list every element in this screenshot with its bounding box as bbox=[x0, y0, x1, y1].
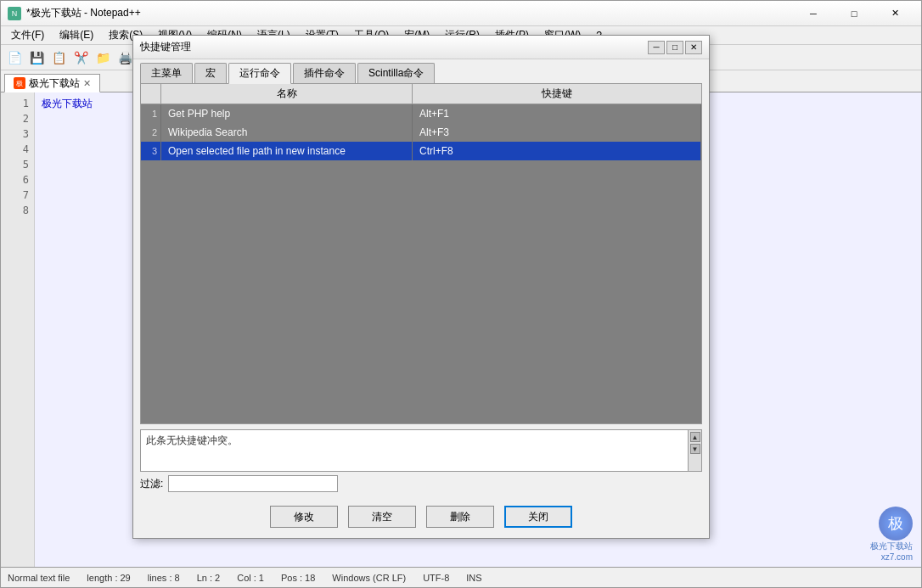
table-row[interactable]: 1 Get PHP help Alt+F1 bbox=[141, 104, 701, 123]
modify-button[interactable]: 修改 bbox=[270, 506, 338, 528]
dialog-titlebar: 快捷键管理 ─ □ ✕ bbox=[133, 36, 709, 59]
row-key-1: Alt+F1 bbox=[413, 104, 701, 123]
row-num-1: 1 bbox=[141, 104, 161, 123]
clear-button[interactable]: 清空 bbox=[348, 506, 416, 528]
table-row-selected[interactable]: 3 Open selected file path in new instanc… bbox=[141, 142, 701, 160]
button-row: 修改 清空 删除 关闭 bbox=[133, 499, 709, 538]
dialog-controls: ─ □ ✕ bbox=[648, 41, 702, 54]
row-name-1: Get PHP help bbox=[161, 104, 413, 123]
dialog-title: 快捷键管理 bbox=[140, 40, 191, 54]
dialog-minimize-button[interactable]: ─ bbox=[648, 41, 665, 54]
delete-button[interactable]: 删除 bbox=[426, 506, 494, 528]
shortcut-dialog: 快捷键管理 ─ □ ✕ 主菜单 宏 运行命令 插件命令 Scintilla命令 bbox=[132, 35, 710, 539]
dialog-maximize-button[interactable]: □ bbox=[666, 41, 683, 54]
filter-input[interactable] bbox=[168, 475, 338, 492]
row-num-2: 2 bbox=[141, 123, 161, 142]
table-header: 名称 快捷键 bbox=[141, 84, 701, 104]
tab-run-command[interactable]: 运行命令 bbox=[228, 63, 291, 84]
table-header-num bbox=[141, 84, 161, 104]
dialog-tab-bar: 主菜单 宏 运行命令 插件命令 Scintilla命令 bbox=[133, 59, 709, 83]
table-row[interactable]: 2 Wikipedia Search Alt+F3 bbox=[141, 123, 701, 142]
row-name-2: Wikipedia Search bbox=[161, 123, 413, 142]
row-num-3: 3 bbox=[141, 142, 161, 160]
tab-plugin-command[interactable]: 插件命令 bbox=[293, 63, 356, 83]
scroll-down-arrow[interactable]: ▼ bbox=[690, 444, 700, 454]
row-key-3: Ctrl+F8 bbox=[413, 142, 701, 160]
dialog-overlay: 快捷键管理 ─ □ ✕ 主菜单 宏 运行命令 插件命令 Scintilla命令 bbox=[1, 1, 921, 587]
table-header-name: 名称 bbox=[161, 84, 413, 104]
conflict-area: 此条无快捷键冲突。 ▲ ▼ bbox=[140, 429, 702, 472]
tab-scintilla-command[interactable]: Scintilla命令 bbox=[357, 63, 435, 83]
scroll-up-arrow[interactable]: ▲ bbox=[690, 432, 700, 442]
row-key-2: Alt+F3 bbox=[413, 123, 701, 142]
dialog-close-button[interactable]: ✕ bbox=[685, 41, 702, 54]
filter-label: 过滤: bbox=[140, 477, 163, 491]
close-dialog-button[interactable]: 关闭 bbox=[504, 506, 572, 528]
conflict-scrollbar: ▲ ▼ bbox=[688, 430, 701, 471]
filter-row: 过滤: bbox=[140, 475, 702, 492]
table-header-key: 快捷键 bbox=[413, 84, 701, 104]
table-empty-area bbox=[141, 160, 701, 423]
main-window: N *极光下载站 - Notepad++ ─ □ ✕ 文件(F) 编辑(E) 搜… bbox=[0, 0, 922, 588]
row-name-3: Open selected file path in new instance bbox=[161, 142, 413, 160]
tab-macro[interactable]: 宏 bbox=[194, 63, 227, 83]
conflict-text: 此条无快捷键冲突。 bbox=[146, 434, 238, 448]
shortcut-table: 名称 快捷键 1 Get PHP help Alt+F1 2 Wikipedia… bbox=[140, 83, 702, 424]
table-body: 1 Get PHP help Alt+F1 2 Wikipedia Search… bbox=[141, 104, 701, 160]
tab-main-menu[interactable]: 主菜单 bbox=[140, 63, 193, 83]
